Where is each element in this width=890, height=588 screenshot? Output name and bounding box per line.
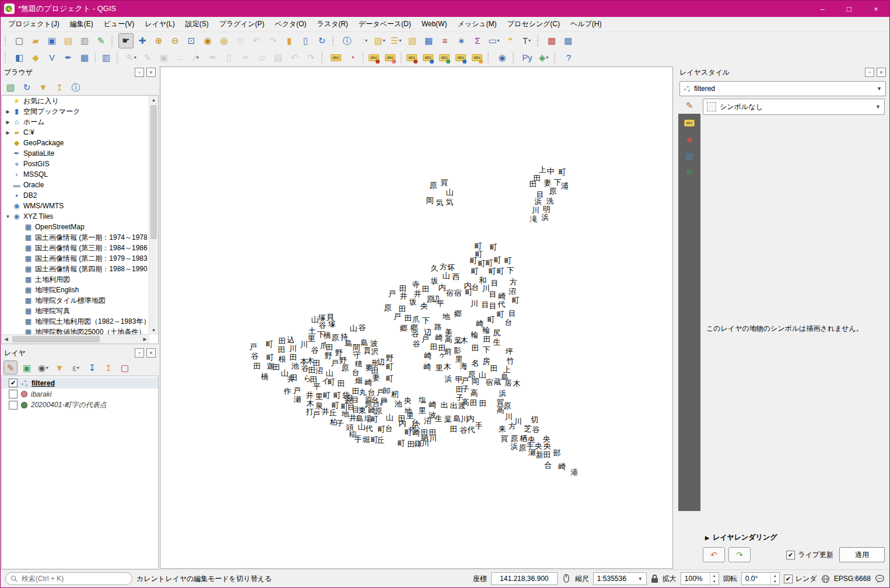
messages-icon[interactable] [875,575,885,583]
browser-item-oracle[interactable]: ▬Oracle [2,180,149,190]
filter-legend[interactable]: ▼ [52,360,66,374]
new-spatial-bookmark[interactable]: ▮ [282,33,297,48]
layer-visibility-checkbox[interactable]: ✔ [9,379,17,387]
layer-diagram-options[interactable]: ◔ [345,50,360,65]
open-attribute-table[interactable]: ▦ [421,33,436,48]
browser-add-selected-layers[interactable]: ▧ [3,80,17,94]
new-shapefile-layer[interactable]: V [44,50,59,65]
zoom-to-selection[interactable]: ◉ [200,33,215,48]
move-label[interactable]: abc [437,50,452,65]
rotate-label[interactable]: abc [453,50,468,65]
minimize-button[interactable]: – [809,1,836,17]
apply-button[interactable]: 適用 [839,547,885,562]
crs-globe-icon[interactable] [821,575,830,583]
highlight-pinned-labels[interactable]: abc [383,50,398,65]
open-data-source-manager[interactable]: ◧ [12,50,27,65]
new-project[interactable]: ▢ [12,33,27,48]
plugin-tile-a[interactable]: ▩ [544,33,559,48]
layer-labeling-options[interactable]: abc [328,50,344,65]
epsg-code[interactable]: EPSG:6668 [834,575,871,583]
menu-item-6[interactable]: ベクタ(O) [269,17,311,32]
new-mesh-layer[interactable]: ▦ [77,50,92,65]
maximize-button[interactable]: □ [836,1,863,17]
pin-labels[interactable]: abc [366,50,381,65]
filter-by-expression[interactable]: ε▾ [69,360,83,374]
layers-float-button[interactable]: ▫ [135,348,144,358]
layer-row-2[interactable]: 20200401-町字の代表点 [2,400,158,411]
tab-symbology-selected[interactable]: ✎ [678,97,700,114]
layer-visibility-checkbox[interactable] [9,401,17,410]
browser-item-[interactable]: ▶▮空間ブックマーク [2,106,149,117]
browser-item-openstreetmap[interactable]: ▦OpenStreetMap [2,222,149,232]
browser-item-db2[interactable]: ▪DB2 [2,190,149,201]
menu-item-2[interactable]: ビュー(V) [99,17,140,32]
browser-item-[interactable]: ★お気に入り [2,96,149,106]
refresh-map[interactable]: ↻ [314,33,330,48]
show-hide-labels[interactable]: abc [421,50,436,65]
styling-float-button[interactable]: ▫ [865,68,874,77]
browser-vscrollbar[interactable]: ▲ ▼ [149,96,158,335]
new-virtual-layer[interactable]: ▥ [99,50,114,65]
menu-item-12[interactable]: ヘルプ(H) [565,17,607,32]
expand-arrow-icon[interactable]: ▶ [4,120,12,125]
rotation-spinner[interactable]: 0.0° ▲▼ [741,572,780,585]
tab-3d-view[interactable]: ◆ [681,132,698,146]
browser-item-[interactable]: ▶⌂ホーム [2,117,149,127]
browser-item-19881990[interactable]: ▦国土画像情報 (第四期：1988～1990 [2,264,149,274]
browser-item-c[interactable]: ▶▰C:¥ [2,127,149,138]
browser-item-19791983[interactable]: ▦国土画像情報 (第二期：1979～1983 [2,253,149,264]
remove-layer[interactable]: ▢ [118,360,132,374]
tab-diagrams[interactable]: ▤ [681,149,698,163]
render-checkbox[interactable]: ✔ [784,575,793,583]
menu-item-0[interactable]: プロジェクト(J) [3,17,65,32]
save-project[interactable]: ▣ [44,33,59,48]
pan-map[interactable]: ☛ [118,33,134,48]
browser-filter[interactable]: ▼ [36,80,50,94]
python-console[interactable]: Py [520,50,535,65]
browser-item-english[interactable]: ▦地理院English [2,285,149,295]
menu-item-11[interactable]: プロセシング(C) [502,17,565,32]
browser-item-[interactable]: ▦土地利用図 [2,274,149,285]
expand-arrow-icon[interactable]: ▶ [4,130,12,135]
browser-item-19821983[interactable]: ▦地理院土地利用図（1982～1983年） [2,316,149,327]
help[interactable]: ? [561,50,576,65]
zoom-in[interactable]: ⊕ [151,33,166,48]
show-spatial-bookmarks[interactable]: ▯ [298,33,313,48]
expand-all[interactable]: ↧ [85,360,99,374]
browser-item-mssql[interactable]: ◗MSSQL [2,169,149,180]
browser-item-wmswmts[interactable]: ◉WMS/WMTS [2,201,149,211]
menu-item-10[interactable]: メッシュ(M) [452,17,502,32]
browser-properties[interactable]: ⓘ [69,80,83,94]
close-button[interactable]: × [863,1,889,17]
pan-to-selection[interactable]: ✚ [135,33,150,48]
collapse-all[interactable]: ↥ [101,360,115,374]
styling-close-button[interactable]: × [877,68,886,77]
show-layout-manager[interactable]: ▥ [77,33,92,48]
new-print-layout[interactable]: ▤ [61,33,76,48]
map-canvas[interactable]: 原賀山岡気気上中町田田妻下浦目原浜洗川明滝浜町町町町町町町町町町町下久方坏山西坂… [160,66,673,569]
select-by-form[interactable]: ☰▾ [388,33,404,48]
select-features[interactable]: ▧▾ [372,33,387,48]
lock-icon[interactable] [651,575,658,583]
tab-history[interactable]: ↻ [681,165,698,179]
field-calculator[interactable]: ≡ [437,33,453,48]
browser-hscrollbar[interactable]: ◀ ▶ [2,334,149,344]
live-update-checkbox[interactable]: ✔ [786,551,795,559]
layer-row-0[interactable]: ✔filtered [2,377,158,388]
browser-item-[interactable]: ▦地理院タイル標準地図 [2,295,149,306]
extents-toggle-icon[interactable] [562,574,571,583]
menu-item-5[interactable]: プラグイン(P) [214,17,269,32]
text-annotation[interactable]: T▾ [519,33,534,48]
run-feature-action[interactable]: ◈▾ [536,50,551,65]
change-label[interactable]: abc [469,50,485,65]
add-group[interactable]: ▣ [20,360,34,374]
browser-item-[interactable]: ▦地理院写真 [2,306,149,316]
pin-unpin-labels[interactable]: abc [404,50,419,65]
magnifier-spinner[interactable]: 100% ▲▼ [681,572,719,585]
identify-features[interactable]: ⓘ [339,33,355,48]
layer-visibility-checkbox[interactable] [9,390,17,398]
menu-item-7[interactable]: ラスタ(R) [311,17,353,32]
manage-map-themes[interactable]: ◉▾ [36,360,50,374]
expand-arrow-icon[interactable]: ▼ [4,214,12,219]
scale-combo[interactable]: 1:535536▼ [593,572,647,585]
